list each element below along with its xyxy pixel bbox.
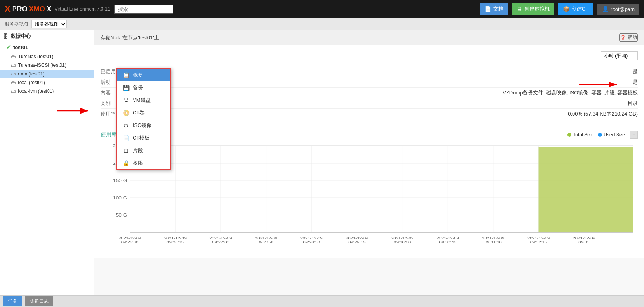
sidebar-storage-local-lvm[interactable]: 🗃 local-lvm (test01) — [0, 87, 94, 96]
subheader: 服务器视图 服务器视图 — [0, 18, 644, 30]
ctx-item-vm-disk[interactable]: 🖫 VM磁盘 — [117, 94, 170, 107]
logo-prox: PRO — [12, 5, 27, 13]
docs-button[interactable]: 📄 文档 — [480, 3, 508, 15]
info-row-content: 内容 VZDump备份文件, 磁盘映像, ISO镜像, 容器, 片段, 容器模板 — [101, 88, 638, 98]
info-section: 小时 (平均) 已启用 是 活动 是 内容 VZDump备份文件, 磁盘映像, … — [94, 45, 644, 126]
ctx-item-summary[interactable]: 📋 概要 — [117, 69, 170, 81]
subheader-label: 服务器视图 — [5, 21, 28, 28]
ctx-item-ct-template[interactable]: 📄 CT模板 — [117, 132, 170, 144]
ctx-item-ct-vol[interactable]: 📀 CT卷 — [117, 107, 170, 119]
ct-template-icon: 📄 — [123, 135, 130, 141]
ctx-item-permission[interactable]: 🔒 权限 — [117, 157, 170, 169]
ctx-label-iso: ISO镜像 — [133, 122, 152, 129]
svg-rect-21 — [539, 147, 633, 232]
legend-total-size: Total Size — [567, 132, 593, 138]
time-select-row: 小时 (平均) — [101, 51, 638, 60]
svg-text:09:32:15: 09:32:15 — [530, 240, 547, 244]
chart-container: 250 G 200 G 150 G 100 G 50 G 2021-12-09 … — [101, 142, 638, 253]
time-select[interactable]: 小时 (平均) — [601, 51, 638, 60]
search-input[interactable] — [114, 5, 173, 14]
info-row-active: 活动 是 — [101, 77, 638, 88]
tasks-button[interactable]: 任务 — [3, 296, 22, 306]
content-title: 存储'data'在节点'test01'上 — [101, 34, 159, 41]
navbar: X PROXMOX Virtual Environment 7.0-11 📄 文… — [0, 0, 644, 18]
svg-text:2021-12-09: 2021-12-09 — [164, 236, 187, 240]
svg-text:09:30:45: 09:30:45 — [439, 240, 456, 244]
vm-disk-icon: 🖫 — [123, 97, 130, 103]
permission-icon: 🔒 — [123, 160, 130, 166]
svg-text:2021-12-09: 2021-12-09 — [255, 236, 278, 240]
svg-text:100 G: 100 G — [113, 195, 127, 200]
ctx-label-summary: 概要 — [133, 72, 143, 79]
logo: X PROXMOX Virtual Environment 7.0-11 — [5, 4, 110, 14]
storage-icon-3: 🗃 — [11, 71, 16, 77]
ctx-label-vm-disk: VM磁盘 — [133, 97, 151, 104]
usage-value: 0.00% (57.34 KB的210.24 GB) — [148, 110, 638, 118]
bottom-bar: 任务 集群日志 — [0, 295, 644, 307]
svg-text:09:25:30: 09:25:30 — [121, 240, 139, 244]
sidebar-datacenter[interactable]: 🗄 数据中心 — [0, 30, 94, 42]
svg-text:09:29:15: 09:29:15 — [348, 240, 366, 244]
info-row-usage: 使用率 0.00% (57.34 KB的210.24 GB) — [101, 109, 638, 119]
context-menu: 📋 概要 💾 备份 🖫 VM磁盘 📀 CT卷 ⊙ ISO镜像 📄 CT模板 — [116, 68, 171, 170]
node-icon: ✔ — [6, 44, 11, 50]
info-row-enabled: 已启用 是 — [101, 66, 638, 77]
help-button[interactable]: ❓ 帮助 — [619, 33, 638, 42]
sidebar-node-test01[interactable]: ✔ test01 — [0, 42, 94, 52]
ctx-menu-box: 📋 概要 💾 备份 🖫 VM磁盘 📀 CT卷 ⊙ ISO镜像 📄 CT模板 — [116, 68, 171, 170]
storage-label-3: data (test01) — [18, 71, 44, 77]
svg-text:2021-12-09: 2021-12-09 — [482, 236, 505, 240]
iso-icon: ⊙ — [123, 122, 130, 129]
storage-label-1: TureNas (test01) — [18, 54, 53, 59]
content-header: 存储'data'在节点'test01'上 ❓ 帮助 — [94, 30, 644, 45]
info-table: 已启用 是 活动 是 内容 VZDump备份文件, 磁盘映像, ISO镜像, 容… — [101, 66, 638, 119]
sidebar-storage-turenas[interactable]: 🗃 TureNas (test01) — [0, 52, 94, 61]
cluster-log-button[interactable]: 集群日志 — [25, 296, 53, 306]
docs-icon: 📄 — [485, 6, 491, 12]
svg-text:2021-12-09: 2021-12-09 — [300, 236, 323, 240]
cluster-log-label: 集群日志 — [30, 298, 49, 304]
ctx-item-snippet[interactable]: ⊞ 片段 — [117, 144, 170, 157]
snippet-icon: ⊞ — [123, 147, 130, 154]
svg-text:2021-12-09: 2021-12-09 — [209, 236, 232, 240]
chart-legend: Total Size Used Size − — [567, 131, 638, 139]
create-ct-button[interactable]: 📦 创建CT — [558, 3, 593, 15]
type-value: 目录 — [148, 100, 638, 107]
storage-icon-1: 🗃 — [11, 54, 16, 59]
user-icon: 👤 — [602, 6, 609, 12]
storage-label-2: Turenas-ISCSI (test01) — [18, 63, 66, 68]
user-button[interactable]: 👤 root@pam — [597, 4, 639, 15]
svg-text:2021-12-09: 2021-12-09 — [119, 236, 141, 240]
sidebar-storage-data[interactable]: 🗃 data (test01) — [0, 70, 94, 78]
storage-label-5: local-lvm (test01) — [18, 88, 54, 94]
ctx-label-ct-vol: CT卷 — [133, 109, 145, 116]
used-size-label: Used Size — [604, 132, 625, 138]
logo-x: X — [5, 4, 11, 14]
sidebar-storage-turenas-iscsi[interactable]: 🗃 Turenas-ISCSI (test01) — [0, 61, 94, 70]
storage-icon-2: 🗃 — [11, 63, 16, 68]
svg-text:09:31:30: 09:31:30 — [485, 240, 502, 244]
storage-icon-5: 🗃 — [11, 88, 16, 94]
ctx-label-permission: 权限 — [133, 160, 143, 167]
svg-text:09:27:45: 09:27:45 — [258, 240, 275, 244]
ctx-item-backup[interactable]: 💾 备份 — [117, 81, 170, 94]
svg-text:2021-12-09: 2021-12-09 — [391, 236, 414, 240]
sidebar: 🗄 数据中心 ✔ test01 🗃 TureNas (test01) 🗃 Tur… — [0, 30, 94, 295]
chart-section: 使用率 Total Size Used Size − — [94, 126, 644, 258]
svg-text:50 G: 50 G — [116, 213, 128, 217]
storage-label-4: local (test01) — [18, 80, 45, 85]
ctx-label-backup: 备份 — [133, 84, 143, 91]
used-size-dot — [598, 133, 602, 137]
create-vm-button[interactable]: 🖥 创建虚拟机 — [512, 3, 554, 15]
total-size-label: Total Size — [573, 132, 593, 138]
chart-zoom-out-button[interactable]: − — [630, 131, 638, 139]
svg-text:09:33: 09:33 — [578, 240, 589, 244]
backup-icon: 💾 — [123, 85, 130, 91]
ctx-item-iso[interactable]: ⊙ ISO镜像 — [117, 119, 170, 132]
server-view-select[interactable]: 服务器视图 — [31, 20, 67, 28]
tasks-label: 任务 — [8, 298, 17, 304]
svg-text:09:28:30: 09:28:30 — [303, 240, 320, 244]
svg-text:2021-12-09: 2021-12-09 — [527, 236, 550, 240]
sidebar-storage-local[interactable]: 🗃 local (test01) — [0, 78, 94, 87]
logo-mox: XMO — [29, 5, 45, 13]
